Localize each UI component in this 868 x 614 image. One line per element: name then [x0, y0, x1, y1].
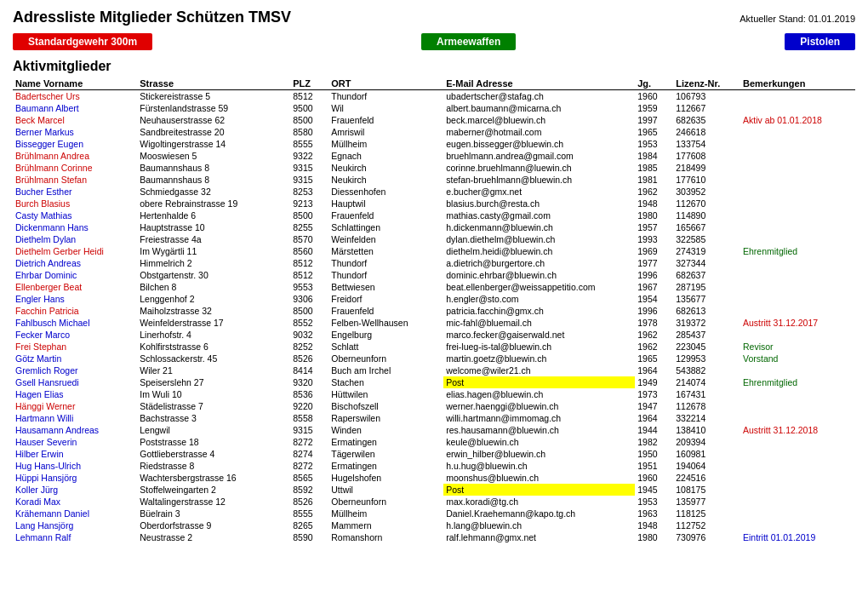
cell-bem — [740, 329, 855, 341]
cell-strasse: Lengwil — [137, 424, 290, 436]
cell-ort: Stachen — [328, 376, 443, 388]
cell-name: Hauser Severin — [13, 436, 137, 448]
cell-bem — [740, 221, 855, 233]
cell-plz: 8414 — [290, 364, 328, 376]
cell-jg: 1973 — [635, 388, 673, 400]
cell-plz: 8536 — [290, 388, 328, 400]
cell-ort: Romanshorn — [328, 531, 443, 543]
table-row: Hilber ErwinGottlieberstrasse 48274Täger… — [13, 448, 855, 460]
cell-ort: Bettwiesen — [328, 281, 443, 293]
cell-lizenz: 682613 — [673, 305, 740, 317]
cell-name: Koller Jürg — [13, 484, 137, 496]
table-row: Brühlmann AndreaMooswiesen 59322Egnachbr… — [13, 150, 855, 162]
cell-name: Hilber Erwin — [13, 448, 137, 460]
cell-strasse: Im Wuli 10 — [137, 388, 290, 400]
table-row: Casty MathiasHertenhalde 68500Frauenfeld… — [13, 209, 855, 221]
cell-ort: Schlattingen — [328, 221, 443, 233]
cell-lizenz: 209394 — [673, 436, 740, 448]
table-row: Frei StephanKohlfirststrasse 68252Schlat… — [13, 341, 855, 353]
cell-plz: 8560 — [290, 245, 328, 257]
table-row: Lang HansjörgOberdorfstrasse 98265Mammer… — [13, 519, 855, 531]
cell-email: maberner@hotmail.com — [443, 126, 635, 138]
cell-name: Bissegger Eugen — [13, 138, 137, 150]
cell-jg: 1978 — [635, 317, 673, 329]
cell-email: beat.ellenberger@weissappetitio.com — [443, 281, 635, 293]
cell-lizenz: 682637 — [673, 269, 740, 281]
cell-email: max.koradi@tg.ch — [443, 496, 635, 508]
cell-email: albert.baumann@micarna.ch — [443, 102, 635, 114]
cell-lizenz: 327344 — [673, 257, 740, 269]
cell-strasse: Freiestrasse 4a — [137, 233, 290, 245]
cell-plz: 8500 — [290, 209, 328, 221]
cell-lizenz: 135977 — [673, 496, 740, 508]
col-header-lizenz: Lizenz-Nr. — [673, 77, 740, 90]
cell-lizenz: 118125 — [673, 508, 740, 519]
cell-jg: 1960 — [635, 472, 673, 484]
table-row: Facchin PatriciaMaiholzstrasse 328500Fra… — [13, 305, 855, 317]
cell-email: elias.hagen@bluewin.ch — [443, 388, 635, 400]
cell-jg: 1947 — [635, 400, 673, 412]
cell-plz: 8272 — [290, 460, 328, 472]
col-header-name: Name Vorname — [13, 77, 137, 90]
table-header: Name Vorname Strasse PLZ ORT E-Mail Adre… — [13, 77, 855, 90]
cell-bem — [740, 186, 855, 198]
cell-email: Post — [443, 376, 635, 388]
cell-lizenz: 135677 — [673, 293, 740, 305]
cell-bem — [740, 162, 855, 174]
cell-email: ralf.lehmann@gmx.net — [443, 531, 635, 543]
cell-email: mic-fahl@bluemail.ch — [443, 317, 635, 329]
cell-plz: 8500 — [290, 114, 328, 126]
cell-plz: 8526 — [290, 496, 328, 508]
cell-email: werner.haenggi@bluewin.ch — [443, 400, 635, 412]
cell-ort: Weinfelden — [328, 233, 443, 245]
cell-ort: Thundorf — [328, 257, 443, 269]
cell-email: bruehlmann.andrea@gmail.com — [443, 150, 635, 162]
cell-ort: Hauptwil — [328, 198, 443, 209]
cell-ort: Wil — [328, 102, 443, 114]
cell-bem — [740, 448, 855, 460]
table-row: Hausamann AndreasLengwil9315Windenres.ha… — [13, 424, 855, 436]
cell-name: Diethelm Gerber Heidi — [13, 245, 137, 257]
cell-strasse: Neuhauserstrasse 62 — [137, 114, 290, 126]
cell-bem — [740, 519, 855, 531]
cell-strasse: Fürstenlandstrasse 59 — [137, 102, 290, 114]
table-row: Koller JürgStoffelweingarten 28592Uttwil… — [13, 484, 855, 496]
cell-strasse: Weinfelderstrasse 17 — [137, 317, 290, 329]
cell-plz: 9032 — [290, 329, 328, 341]
cell-ort: Frauenfeld — [328, 305, 443, 317]
cell-plz: 8555 — [290, 138, 328, 150]
cell-lizenz: 129953 — [673, 353, 740, 364]
cell-plz: 8555 — [290, 508, 328, 519]
cell-ort: Neukirch — [328, 174, 443, 186]
cell-bem — [740, 388, 855, 400]
cell-ort: Bischofszell — [328, 400, 443, 412]
cell-email: a.dietrich@burgertore.ch — [443, 257, 635, 269]
cell-name: Fecker Marco — [13, 329, 137, 341]
cell-strasse: Bachstrasse 3 — [137, 412, 290, 424]
cell-plz: 8253 — [290, 186, 328, 198]
cell-ort: Frauenfeld — [328, 209, 443, 221]
table-row: Hug Hans-UlrichRiedstrasse 88272Ermating… — [13, 460, 855, 472]
cell-plz: 8565 — [290, 472, 328, 484]
cell-lizenz: 177610 — [673, 174, 740, 186]
cell-bem — [740, 138, 855, 150]
cell-email: frei-lueg-is-tal@bluewin.ch — [443, 341, 635, 353]
table-row: Krähemann DanielBüelrain 38555MüllheimDa… — [13, 508, 855, 519]
category-standardgewehr: Standardgewehr 300m — [13, 33, 152, 50]
table-row: Hänggi WernerStädelistrasse 79220Bischof… — [13, 400, 855, 412]
table-row: Hüppi HansjörgWachtersbergstrasse 168565… — [13, 472, 855, 484]
cell-strasse: Schlossackerstr. 45 — [137, 353, 290, 364]
cell-lizenz: 682635 — [673, 114, 740, 126]
cell-jg: 1962 — [635, 186, 673, 198]
table-row: Gsell HansruediSpeiserslehn 279320Stache… — [13, 376, 855, 388]
table-body: Badertscher UrsStickereistrasse 58512Thu… — [13, 90, 855, 544]
cell-jg: 1959 — [635, 102, 673, 114]
cell-name: Facchin Patricia — [13, 305, 137, 317]
cell-plz: 9213 — [290, 198, 328, 209]
table-row: Baumann AlbertFürstenlandstrasse 599500W… — [13, 102, 855, 114]
category-armeewaffen: Armeewaffen — [421, 33, 516, 50]
cell-name: Beck Marcel — [13, 114, 137, 126]
table-row: Burch Blasiusobere Rebrainstrasse 199213… — [13, 198, 855, 209]
cell-bem: Eintritt 01.01.2019 — [740, 531, 855, 543]
cell-strasse: Mooswiesen 5 — [137, 150, 290, 162]
